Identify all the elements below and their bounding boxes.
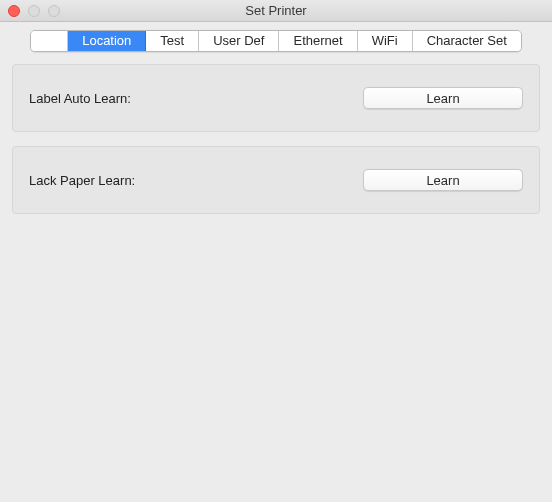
tab-location[interactable]: Location (68, 31, 146, 51)
panel-label-auto-learn: Label Auto Learn: Learn (12, 64, 540, 132)
tab-wifi[interactable]: WiFi (358, 31, 413, 51)
titlebar: Set Printer (0, 0, 552, 22)
window-controls (0, 5, 60, 17)
lack-paper-learn-button[interactable]: Learn (363, 169, 523, 191)
tab-test[interactable]: Test (146, 31, 199, 51)
label-auto-learn-button[interactable]: Learn (363, 87, 523, 109)
panel-lack-paper-learn: Lack Paper Learn: Learn (12, 146, 540, 214)
tab-blank[interactable] (31, 31, 68, 51)
tab-user-def[interactable]: User Def (199, 31, 279, 51)
maximize-icon (48, 5, 60, 17)
segmented-tabs: Location Test User Def Ethernet WiFi Cha… (30, 30, 522, 52)
content-area: Label Auto Learn: Learn Lack Paper Learn… (0, 64, 552, 214)
minimize-icon (28, 5, 40, 17)
tab-bar: Location Test User Def Ethernet WiFi Cha… (0, 22, 552, 64)
label-auto-learn-label: Label Auto Learn: (29, 91, 131, 106)
tab-ethernet[interactable]: Ethernet (279, 31, 357, 51)
tab-character-set[interactable]: Character Set (413, 31, 521, 51)
window-title: Set Printer (0, 3, 552, 18)
close-icon[interactable] (8, 5, 20, 17)
lack-paper-learn-label: Lack Paper Learn: (29, 173, 135, 188)
